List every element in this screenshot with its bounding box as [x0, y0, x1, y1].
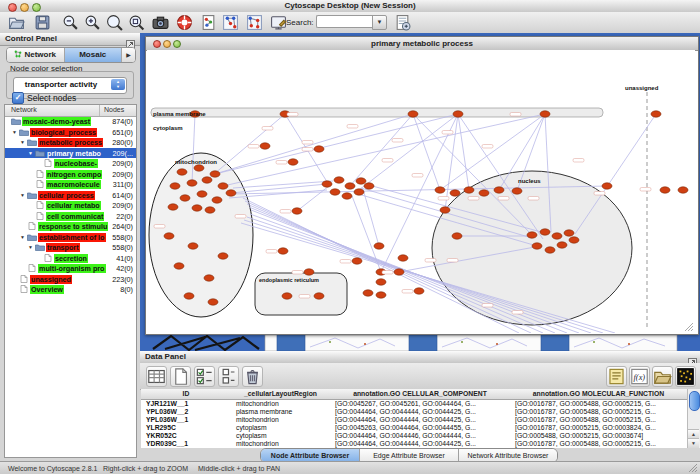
network-node[interactable] — [408, 111, 418, 117]
tree-row[interactable]: nitrogen compo209(0) — [5, 169, 136, 180]
network-node[interactable] — [453, 111, 463, 117]
network-canvas[interactable]: plasma membranecytoplasmmitochondrionnuc… — [147, 50, 695, 333]
network-node[interactable] — [569, 237, 579, 243]
resize-grip-icon[interactable] — [688, 463, 698, 473]
network-node[interactable] — [322, 181, 332, 187]
network-node[interactable] — [180, 195, 190, 201]
network-node[interactable] — [292, 208, 302, 214]
network-node[interactable] — [197, 191, 207, 197]
network-node[interactable] — [452, 233, 462, 239]
network-graph[interactable]: plasma membranecytoplasmmitochondrionnuc… — [147, 50, 695, 333]
zoom-out-icon[interactable] — [62, 14, 79, 31]
attribute-table[interactable]: ID_cellularLayoutRegionannotation.GO CEL… — [141, 389, 687, 448]
new-attribute-icon[interactable] — [170, 366, 191, 387]
network-node[interactable] — [540, 229, 550, 235]
network-node[interactable] — [414, 288, 424, 294]
select-attributes-icon[interactable] — [194, 366, 215, 387]
import-network-icon[interactable] — [394, 14, 411, 31]
table-cell[interactable]: cytoplasm — [231, 424, 330, 432]
tree-row[interactable]: ▼transport558(0) — [5, 242, 136, 253]
table-cell[interactable]: [GO:0044464, GO:0044444, GO:0044425, G..… — [330, 440, 510, 448]
network-node[interactable] — [394, 269, 404, 275]
network-node[interactable] — [304, 269, 314, 275]
column-header[interactable]: annotation.GO CELLULAR_COMPONENT — [330, 389, 511, 400]
network-node[interactable] — [314, 293, 324, 299]
tree-row[interactable]: ▼metabolic process280(0) — [5, 137, 136, 148]
network-node[interactable] — [678, 187, 688, 193]
help-icon[interactable] — [176, 14, 193, 31]
network-node[interactable] — [170, 183, 180, 189]
network-node[interactable] — [330, 189, 340, 195]
network-node[interactable] — [210, 171, 220, 177]
expand-arrow-icon[interactable]: ▼ — [20, 234, 25, 240]
network-node[interactable] — [552, 233, 562, 239]
tab-mosaic[interactable]: Mosaic — [65, 48, 123, 62]
network-node[interactable] — [479, 190, 489, 196]
scroll-down-icon[interactable]: ▼ — [688, 438, 699, 448]
more-tabs-icon[interactable]: ▶ — [122, 48, 135, 62]
save-session-icon[interactable] — [34, 14, 51, 31]
tree-row[interactable]: ▼primary metabo209(... — [5, 148, 136, 159]
network-node[interactable] — [194, 165, 204, 171]
tree-row[interactable]: unassigned223(0) — [5, 274, 136, 285]
table-cell[interactable]: [GO:0016787, GO:0005488, GO:0005215, G..… — [510, 416, 687, 424]
tab-network[interactable]: Network — [7, 48, 65, 62]
table-cell[interactable]: mitochondrion — [231, 440, 330, 448]
network-node[interactable] — [435, 187, 445, 193]
select-nodes-checkbox[interactable]: ✓ — [12, 92, 24, 104]
network-node[interactable] — [376, 279, 386, 285]
network-node[interactable] — [557, 242, 567, 248]
table-cell[interactable]: [GO:0005488, GO:0005215, GO:0003674] — [510, 432, 687, 440]
tree-row[interactable]: cellular metabo209(0) — [5, 200, 136, 211]
tree-row[interactable]: nucleobase-209(0) — [5, 158, 136, 169]
table-cell[interactable]: YLR295C — [141, 424, 231, 432]
network-node[interactable] — [527, 232, 537, 238]
layout-network-icon-1[interactable] — [222, 14, 239, 31]
tree-row[interactable]: cell communicat22(0) — [5, 211, 136, 222]
zoom-in-icon[interactable] — [84, 14, 101, 31]
network-node[interactable] — [226, 190, 236, 196]
network-node[interactable] — [450, 190, 460, 196]
search-input[interactable] — [316, 15, 373, 28]
network-node[interactable] — [202, 177, 212, 183]
network-node[interactable] — [660, 187, 670, 193]
table-mode-icon[interactable] — [146, 366, 167, 387]
network-node[interactable] — [363, 290, 373, 296]
network-node[interactable] — [278, 248, 288, 254]
network-node[interactable] — [342, 193, 352, 199]
expand-arrow-icon[interactable]: ▼ — [20, 139, 25, 145]
zoom-fit-icon[interactable] — [106, 14, 123, 31]
column-header[interactable]: ID — [141, 389, 232, 400]
expand-arrow-icon[interactable]: ▼ — [12, 129, 17, 135]
network-node[interactable] — [494, 187, 504, 193]
network-node[interactable] — [177, 169, 187, 175]
table-cell[interactable]: [GO:0044464, GO:0044444, GO:0044425, G..… — [330, 416, 510, 424]
network-node[interactable] — [374, 243, 384, 249]
expand-arrow-icon[interactable]: ▼ — [28, 244, 33, 250]
background-windows[interactable] — [145, 335, 697, 351]
table-cell[interactable]: YJR121W__1 — [141, 400, 231, 408]
network-node[interactable] — [208, 299, 218, 305]
import-attributes-icon[interactable] — [652, 366, 673, 387]
network-node[interactable] — [168, 204, 178, 210]
expand-arrow-icon[interactable]: ▼ — [20, 192, 25, 198]
tree-row[interactable]: Overview8(0) — [5, 284, 136, 295]
network-node[interactable] — [602, 183, 612, 189]
table-cell[interactable]: plasma membrane — [231, 408, 330, 416]
network-node[interactable] — [345, 183, 355, 189]
table-cell[interactable]: mitochondrion — [231, 400, 330, 408]
network-node[interactable] — [187, 180, 197, 186]
table-cell[interactable]: mitochondrion — [231, 416, 330, 424]
network-node[interactable] — [364, 183, 374, 189]
network-node[interactable] — [218, 253, 228, 259]
float-panel-icon[interactable] — [688, 353, 697, 362]
tree-row[interactable]: response to stimulu264(0) — [5, 221, 136, 232]
network-window-titlebar[interactable]: primary metabolic process — [146, 37, 698, 51]
matrix-icon[interactable] — [675, 366, 696, 387]
network-node[interactable] — [260, 143, 270, 149]
network-node[interactable] — [212, 197, 222, 203]
table-cell[interactable]: YKR052C — [141, 432, 231, 440]
table-cell[interactable]: [GO:0045267, GO:0045261, GO:0044464, G..… — [330, 400, 510, 408]
tree-row[interactable]: ▼cellular process614(0) — [5, 190, 136, 201]
node-color-combobox[interactable]: transporter activity ▲▼ — [13, 77, 127, 94]
